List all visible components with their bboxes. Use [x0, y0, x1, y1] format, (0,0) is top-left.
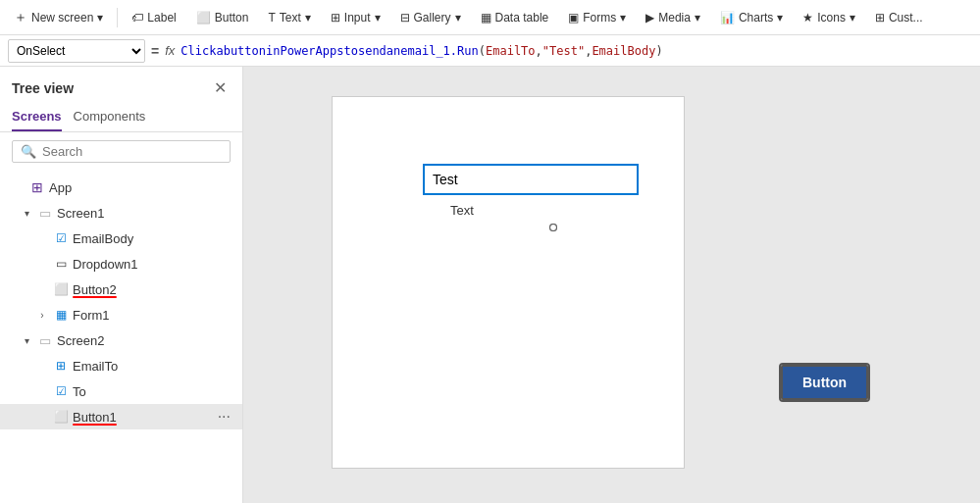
- button1-label: Button1: [73, 410, 210, 425]
- search-box[interactable]: 🔍: [12, 140, 231, 163]
- formula-param-emailto: EmailTo: [486, 44, 536, 58]
- formula-comma-1: ,: [536, 44, 542, 58]
- tree-item-emailto[interactable]: ⊞ EmailTo: [0, 353, 242, 378]
- form1-icon: ▦: [53, 307, 69, 323]
- tab-components[interactable]: Components: [74, 105, 146, 131]
- to-icon: ☑: [53, 383, 69, 399]
- form1-label: Form1: [73, 308, 234, 323]
- formula-param-emailbody: EmailBody: [592, 44, 655, 58]
- formula-paren-open: (: [479, 44, 486, 58]
- screen2-label: Screen2: [57, 333, 234, 348]
- input-label: Input: [344, 11, 371, 25]
- tree-item-app[interactable]: ⊞ App: [0, 175, 242, 200]
- text-icon: T: [268, 11, 275, 25]
- custom-label: Cust...: [889, 11, 923, 25]
- forms-dropdown-icon: ▾: [620, 11, 626, 25]
- tree-item-screen1[interactable]: ▾ ▭ Screen1: [0, 200, 242, 226]
- emailbody-icon: ☑: [53, 230, 69, 246]
- forms-icon: ▣: [568, 11, 579, 25]
- tree-item-form1[interactable]: › ▦ Form1: [0, 302, 242, 327]
- formula-expression: ClickabuttoninPowerAppstosendanemail_1.R…: [181, 44, 972, 58]
- text-button[interactable]: T Text ▾: [260, 7, 318, 28]
- form1-toggle: ›: [35, 308, 49, 322]
- emailto-toggle: [35, 359, 49, 373]
- charts-label: Charts: [739, 11, 773, 25]
- toolbar: ＋ New screen ▾ 🏷 Label ⬜ Button T Text ▾…: [0, 0, 980, 35]
- canvas-screen[interactable]: Text Button: [332, 96, 685, 469]
- tree-item-screen2[interactable]: ▾ ▭ Screen2: [0, 327, 242, 353]
- sidebar-close-button[interactable]: ✕: [210, 76, 231, 99]
- emailto-label: EmailTo: [73, 359, 234, 374]
- charts-icon: 📊: [720, 11, 735, 25]
- charts-dropdown-icon: ▾: [777, 11, 783, 25]
- new-screen-label: New screen: [31, 11, 93, 25]
- canvas-test-input-wrapper: [423, 164, 639, 195]
- data-table-label: Data table: [495, 11, 549, 25]
- screen1-icon: ▭: [37, 205, 53, 221]
- tree-item-emailbody[interactable]: ☑ EmailBody: [0, 226, 242, 251]
- text-dropdown-icon: ▾: [305, 11, 311, 25]
- gallery-icon: ⊟: [400, 11, 410, 25]
- icons-label: Icons: [817, 11, 846, 25]
- formula-bar: OnSelect = fx ClickabuttoninPowerAppstos…: [0, 35, 980, 67]
- emailbody-toggle: [35, 231, 49, 245]
- tab-screens[interactable]: Screens: [12, 105, 62, 131]
- tree-view: ⊞ App ▾ ▭ Screen1 ☑ EmailBody ▭ Dropdown…: [0, 171, 242, 503]
- to-toggle: [35, 384, 49, 398]
- forms-label: Forms: [583, 11, 616, 25]
- text-label: Text: [280, 11, 301, 25]
- tree-item-button2[interactable]: ⬜ Button2: [0, 277, 242, 302]
- tree-item-to[interactable]: ☑ To: [0, 378, 242, 404]
- charts-button[interactable]: 📊 Charts ▾: [712, 7, 791, 28]
- sidebar-search-container: 🔍: [0, 132, 242, 171]
- emailbody-label: EmailBody: [73, 231, 234, 246]
- canvas-test-input[interactable]: [423, 164, 639, 195]
- divider-1: [117, 8, 118, 27]
- screen1-toggle: ▾: [20, 206, 33, 220]
- button-label: Button: [215, 11, 249, 25]
- button2-label: Button2: [73, 282, 234, 297]
- dropdown1-label: Dropdown1: [73, 257, 234, 272]
- media-label: Media: [658, 11, 691, 25]
- forms-button[interactable]: ▣ Forms ▾: [560, 7, 634, 28]
- app-toggle: [12, 180, 26, 194]
- screen2-toggle: ▾: [20, 333, 33, 347]
- button-button[interactable]: ⬜ Button: [188, 7, 257, 28]
- search-input[interactable]: [42, 144, 222, 159]
- main-layout: Tree view ✕ Screens Components 🔍 ⊞ App ▾: [0, 67, 980, 503]
- input-button[interactable]: ⊞ Input ▾: [323, 7, 388, 28]
- formula-fx-label: fx: [165, 43, 175, 58]
- icons-icon: ★: [802, 11, 813, 25]
- icons-button[interactable]: ★ Icons ▾: [795, 7, 863, 28]
- canvas-button[interactable]: Button: [781, 365, 868, 400]
- label-icon: 🏷: [131, 11, 143, 25]
- tree-item-button1[interactable]: ⬜ Button1 ···: [0, 404, 242, 429]
- formula-paren-close: ): [655, 44, 662, 58]
- tree-item-dropdown1[interactable]: ▭ Dropdown1: [0, 251, 242, 277]
- label-button[interactable]: 🏷 Label: [124, 7, 183, 28]
- search-icon: 🔍: [21, 144, 36, 159]
- data-table-button[interactable]: ▦ Data table: [473, 7, 557, 28]
- media-dropdown-icon: ▾: [695, 11, 700, 25]
- input-icon: ⊞: [331, 11, 340, 25]
- formula-select[interactable]: OnSelect: [8, 39, 145, 63]
- button1-icon: ⬜: [53, 409, 69, 425]
- gallery-button[interactable]: ⊟ Gallery ▾: [392, 7, 469, 28]
- dropdown1-toggle: [35, 257, 49, 271]
- sidebar-tabs: Screens Components: [0, 105, 242, 132]
- app-icon: ⊞: [29, 179, 45, 195]
- button1-more-icon[interactable]: ···: [214, 408, 234, 426]
- sidebar-header: Tree view ✕: [0, 67, 242, 105]
- new-screen-dropdown-icon: ▾: [97, 11, 103, 25]
- media-button[interactable]: ▶ Media ▾: [638, 7, 708, 28]
- button1-toggle: [35, 410, 49, 424]
- new-screen-button[interactable]: ＋ New screen ▾: [6, 5, 111, 30]
- custom-button[interactable]: ⊞ Cust...: [867, 7, 931, 28]
- sidebar-title: Tree view: [12, 80, 74, 96]
- label-label: Label: [147, 11, 176, 25]
- to-label: To: [73, 384, 234, 399]
- dropdown1-icon: ▭: [53, 256, 69, 272]
- canvas-area: Text Button: [243, 67, 980, 503]
- formula-func-name: ClickabuttoninPowerAppstosendanemail_1.R…: [181, 44, 478, 58]
- app-label: App: [49, 180, 234, 195]
